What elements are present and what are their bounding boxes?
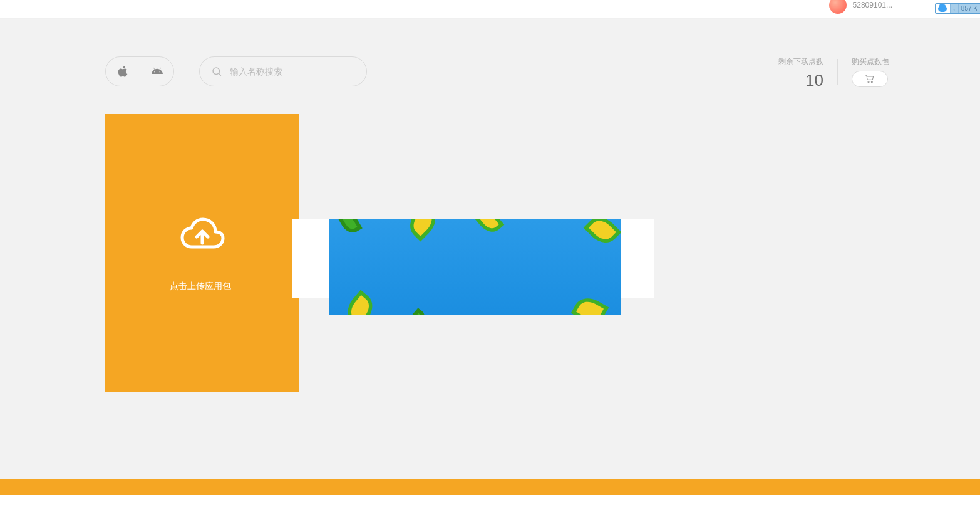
remaining-points-label: 剩余下载点数: [778, 56, 823, 67]
remaining-points-value: 10: [778, 71, 823, 90]
search-icon: [211, 66, 222, 77]
user-info: 52809101...​: [829, 0, 892, 18]
toolbar: [105, 56, 367, 86]
platform-toggle: [105, 56, 174, 86]
cart-icon: [865, 75, 875, 83]
footer-bar: [0, 479, 980, 495]
top-bar: 52809101...​ ↓ 857 K: [0, 0, 980, 19]
download-widget[interactable]: ↓ 857 K: [935, 3, 980, 14]
android-icon: [152, 65, 163, 78]
search-box[interactable]: [199, 56, 367, 86]
content-row: 点击上传应用包: [105, 114, 299, 392]
svg-line-1: [219, 73, 220, 75]
upload-text: 点击上传应用包: [170, 281, 231, 292]
svg-point-3: [871, 81, 872, 83]
main-area: 剩余下载点数 10 购买点数包 点击上传应用: [0, 19, 980, 495]
download-speed: 857 K: [959, 5, 980, 12]
apple-icon: [117, 65, 128, 78]
user-id: 52809101...​: [853, 1, 892, 9]
svg-point-0: [213, 68, 220, 75]
avatar[interactable]: [829, 0, 847, 14]
cloud-upload-icon: [179, 214, 225, 252]
download-arrow-icon: ↓: [951, 4, 959, 13]
stats-divider: [837, 59, 838, 85]
svg-point-2: [868, 81, 869, 83]
remaining-points-block: 剩余下载点数 10: [778, 56, 823, 90]
android-platform-button[interactable]: [140, 57, 173, 86]
search-input[interactable]: [230, 66, 355, 76]
cloud-disk-icon: [936, 4, 951, 13]
buy-points-button[interactable]: [852, 71, 888, 87]
text-cursor: [235, 281, 235, 292]
buy-points-label: 购买点数包: [852, 56, 889, 67]
apple-platform-button[interactable]: [106, 57, 140, 86]
buy-points-block: 购买点数包: [852, 56, 889, 87]
upload-text-row: 点击上传应用包: [170, 281, 235, 292]
banner-image[interactable]: [329, 219, 621, 315]
upload-app-card[interactable]: 点击上传应用包: [105, 114, 299, 392]
stats-area: 剩余下载点数 10 购买点数包: [778, 56, 889, 90]
